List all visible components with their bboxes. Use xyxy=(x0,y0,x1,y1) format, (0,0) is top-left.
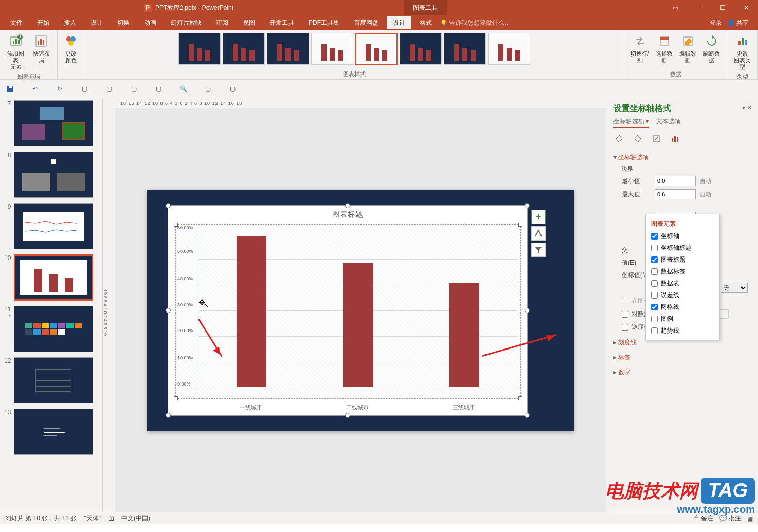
slide-thumb-13[interactable]: 13• ▬▬▬▬▬▬• ▬▬▬▬▬▬▬▬• ▬▬▬▬▬ xyxy=(4,409,93,455)
slide-thumb-8[interactable]: 8 xyxy=(4,152,93,198)
normal-view-icon[interactable]: ▦ xyxy=(747,515,753,522)
slide-canvas[interactable]: 图表标题 0.00% 10.00% 20.00% 30.00% xyxy=(115,108,606,512)
plot-handle[interactable] xyxy=(518,396,522,400)
chk-axis-titles[interactable]: 坐标轴标题 xyxy=(646,242,719,254)
tab-slideshow[interactable]: 幻灯片放映 xyxy=(165,16,208,29)
redo-icon[interactable]: ↻ xyxy=(55,84,65,94)
tell-me-box[interactable]: 💡 告诉我您想要做什么... xyxy=(440,19,510,27)
display-unit-select[interactable]: 无 xyxy=(721,283,748,293)
tab-axis-options[interactable]: 坐标轴选项 ▾ xyxy=(613,117,649,128)
resize-handle[interactable] xyxy=(345,413,350,418)
qat-btn-7[interactable]: ▢ xyxy=(153,84,164,94)
effects-icon[interactable] xyxy=(632,133,643,144)
slide-thumb-9[interactable]: 9 xyxy=(4,203,93,249)
max-input[interactable] xyxy=(655,189,696,199)
chk-axes[interactable]: 坐标轴 xyxy=(646,230,719,242)
tab-file[interactable]: 文件 xyxy=(4,16,29,29)
qat-btn-4[interactable]: ▢ xyxy=(79,84,89,94)
edit-data-button[interactable]: 编辑数 据 xyxy=(677,32,699,65)
spellcheck-icon[interactable]: 🕮 xyxy=(108,515,114,522)
undo-icon[interactable]: ↶ xyxy=(30,84,40,94)
horizontal-ruler[interactable]: 18 16 14 12 10 8 6 4 2 0 2 4 6 8 10 12 1… xyxy=(115,98,606,108)
fill-icon[interactable] xyxy=(613,133,625,144)
qat-btn-6[interactable]: ▢ xyxy=(129,84,139,94)
qat-btn-8[interactable]: 🔍 xyxy=(178,84,188,94)
chart-title[interactable]: 图表标题 xyxy=(168,206,527,224)
chart-style-6[interactable] xyxy=(400,33,442,65)
chart-elements-button[interactable]: + xyxy=(531,210,546,224)
chart-style-5[interactable] xyxy=(355,33,398,65)
tab-text-options[interactable]: 文本选项 xyxy=(656,117,681,128)
chart-object[interactable]: 图表标题 0.00% 10.00% 20.00% 30.00% xyxy=(168,205,528,416)
language-indicator[interactable]: 中文(中国) xyxy=(121,514,150,523)
tab-chart-format[interactable]: 格式 xyxy=(413,16,438,29)
chart-style-3[interactable] xyxy=(267,33,309,65)
chart-style-2[interactable] xyxy=(223,33,265,65)
tab-review[interactable]: 审阅 xyxy=(210,16,234,29)
slide-thumb-10[interactable]: 10 xyxy=(4,254,93,301)
chart-filters-button[interactable] xyxy=(531,243,546,257)
y-axis-selected[interactable]: 0.00% 10.00% 20.00% 30.00% 40.00% 50.00%… xyxy=(176,225,198,387)
chart-styles-gallery[interactable] xyxy=(177,32,531,67)
switch-row-col-button[interactable]: 切换行/列 xyxy=(628,32,652,65)
qat-btn-5[interactable]: ▢ xyxy=(104,84,114,94)
qat-btn-9[interactable]: ▢ xyxy=(203,84,213,94)
resize-handle[interactable] xyxy=(525,308,530,313)
section-number[interactable]: 数字 xyxy=(613,366,751,378)
bar-3[interactable] xyxy=(449,283,479,387)
slide-thumb-12[interactable]: 12 xyxy=(4,357,93,403)
refresh-data-button[interactable]: 刷新数据 xyxy=(701,32,723,65)
slide-thumb-7[interactable]: 7 xyxy=(4,100,93,146)
chart-style-1[interactable] xyxy=(178,33,221,65)
tab-baidu[interactable]: 百度网盘 xyxy=(348,16,385,29)
tab-insert[interactable]: 插入 xyxy=(58,16,82,29)
save-icon[interactable] xyxy=(5,84,15,94)
chk-trendline[interactable]: 趋势线 xyxy=(646,325,719,337)
change-chart-type-button[interactable]: 更改 图表类型 xyxy=(731,32,753,71)
chk-gridlines[interactable]: 网格线 xyxy=(646,301,719,313)
chart-style-4[interactable] xyxy=(311,33,353,65)
resize-handle[interactable] xyxy=(166,203,171,208)
section-labels[interactable]: 标签 xyxy=(613,352,751,363)
current-slide[interactable]: 图表标题 0.00% 10.00% 20.00% 30.00% xyxy=(147,190,574,431)
chk-data-table[interactable]: 数据表 xyxy=(646,278,719,289)
bar-1[interactable] xyxy=(237,236,266,387)
resize-handle[interactable] xyxy=(166,308,171,313)
chart-style-8[interactable] xyxy=(488,33,530,65)
chk-error-bars[interactable]: 误差线 xyxy=(646,289,719,301)
change-colors-button[interactable]: 更改 颜色 xyxy=(60,32,82,65)
plot-area[interactable]: 0.00% 10.00% 20.00% 30.00% 40.00% 50.00%… xyxy=(175,224,521,399)
slide-thumbnails-panel[interactable]: 7 8 9 10 11* 12 13• ▬▬▬▬▬▬• ▬▬▬▬▬▬▬▬• ▬▬… xyxy=(0,98,103,512)
chk-legend[interactable]: 图例 xyxy=(646,313,719,325)
resize-handle[interactable] xyxy=(525,203,530,208)
chk-data-labels[interactable]: 数据标签 xyxy=(646,266,719,278)
tab-home[interactable]: 开始 xyxy=(31,16,56,29)
chk-chart-title[interactable]: 图表标题 xyxy=(646,254,719,266)
share-button[interactable]: 👤 共享 xyxy=(727,19,749,27)
ribbon-options-icon[interactable]: ▭ xyxy=(663,0,687,15)
bar-2[interactable] xyxy=(343,263,373,387)
select-data-button[interactable]: 选择数据 xyxy=(654,32,675,65)
login-link[interactable]: 登录 xyxy=(710,19,722,27)
size-icon[interactable] xyxy=(651,133,662,144)
axis-options-icon[interactable] xyxy=(669,133,680,144)
tab-animations[interactable]: 动画 xyxy=(138,16,163,29)
tab-pdf[interactable]: PDF工具集 xyxy=(302,16,346,29)
tab-design[interactable]: 设计 xyxy=(84,16,109,29)
quick-layout-button[interactable]: 快速布局 xyxy=(30,32,53,65)
tab-chart-design[interactable]: 设计 xyxy=(387,16,411,29)
add-chart-element-button[interactable]: + 添加图表 元素 xyxy=(4,32,28,71)
resize-handle[interactable] xyxy=(345,203,350,208)
tab-view[interactable]: 视图 xyxy=(237,16,261,29)
resize-handle[interactable] xyxy=(525,413,530,418)
tab-developer[interactable]: 开发工具 xyxy=(263,16,300,29)
vertical-ruler[interactable]: 10 8 6 4 2 0 2 4 6 8 10 xyxy=(103,108,115,512)
slide-thumb-11[interactable]: 11* xyxy=(4,306,93,352)
tab-transitions[interactable]: 切换 xyxy=(111,16,136,29)
min-input[interactable] xyxy=(655,176,696,186)
plot-handle[interactable] xyxy=(174,396,178,400)
close-icon[interactable]: ✕ xyxy=(734,0,758,15)
chart-style-7[interactable] xyxy=(444,33,486,65)
chart-styles-button[interactable] xyxy=(531,226,546,241)
slide-counter[interactable]: 幻灯片 第 10 张，共 13 张 xyxy=(5,514,77,523)
